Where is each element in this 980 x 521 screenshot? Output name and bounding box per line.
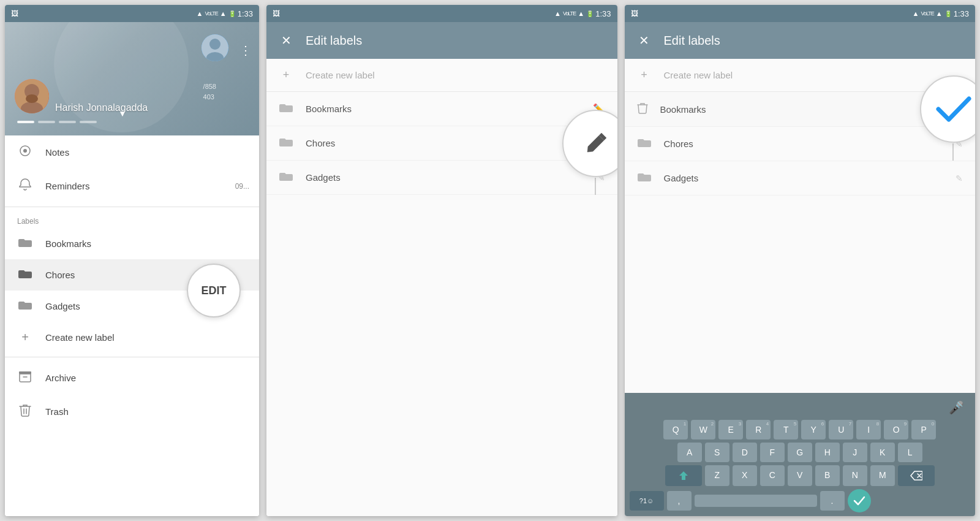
label-row-chores[interactable]: Chores ✎ — [266, 126, 617, 161]
svg-point-6 — [26, 94, 38, 103]
key-v[interactable]: V — [788, 465, 812, 486]
done-key[interactable] — [848, 489, 871, 512]
chores-name-3: Chores — [664, 139, 944, 149]
key-y[interactable]: 6Y — [801, 420, 826, 439]
key-b[interactable]: B — [815, 465, 840, 486]
key-q[interactable]: 1Q — [663, 420, 688, 439]
more-menu-button[interactable]: ⋮ — [239, 43, 252, 58]
gadgets-name-3: Gadgets — [664, 173, 944, 183]
key-a[interactable]: A — [677, 443, 702, 462]
create-new-text-3: Create new label — [664, 70, 733, 80]
key-l[interactable]: L — [898, 443, 922, 462]
gadgets-edit-icon-3[interactable]: ✎ — [956, 173, 963, 183]
signal-icon-3: ▲ — [936, 10, 943, 17]
sidebar-item-reminders[interactable]: Reminders 09... — [5, 169, 259, 203]
sidebar-menu: Notes Reminders 09... Labels — [5, 135, 259, 516]
photo-icon-2: 🖼 — [273, 9, 280, 18]
microphone-button[interactable]: 🎤 — [945, 398, 968, 417]
shift-key[interactable] — [665, 465, 702, 486]
label-row-chores-3[interactable]: Chores ✎ — [625, 127, 976, 161]
key-i[interactable]: 8I — [856, 420, 881, 439]
check-stem — [952, 143, 954, 161]
gadgets-folder-3 — [637, 171, 652, 185]
key-h[interactable]: H — [815, 443, 840, 462]
chores-label: Chores — [45, 270, 75, 280]
chores-folder-3 — [637, 137, 652, 151]
pencil-stem — [595, 178, 596, 195]
bookmarks-name: Bookmarks — [306, 104, 581, 114]
label-row-bookmarks[interactable]: Bookmarks ✏️ — [266, 92, 617, 126]
close-button[interactable]: ✕ — [276, 33, 296, 48]
edit-labels-content-3: + Create new label Bookmarks ✎ — [625, 59, 976, 393]
key-e[interactable]: 3E — [718, 420, 743, 439]
backspace-key[interactable] — [898, 465, 935, 486]
key-m[interactable]: M — [870, 465, 895, 486]
key-k[interactable]: K — [870, 443, 895, 462]
key-z[interactable]: Z — [705, 465, 729, 486]
status-bar-3: 🖼 ▲ VoLTE ▲ 🔋 1:33 — [625, 5, 976, 22]
status-left-icons: 🖼 — [11, 9, 18, 18]
dot-2 — [38, 121, 55, 123]
divider-1 — [5, 207, 259, 207]
status-left-3: 🖼 — [631, 9, 638, 18]
key-g[interactable]: G — [788, 443, 812, 462]
create-new-label-row-3[interactable]: + Create new label — [625, 59, 976, 92]
edit-labels-content: + Create new label Bookmarks ✏️ Chores ✎ — [266, 59, 617, 516]
status-time-2: 1:33 — [595, 9, 611, 18]
sidebar-item-create-label[interactable]: + Create new label — [5, 322, 259, 353]
key-d[interactable]: D — [733, 443, 757, 462]
status-right-3: ▲ VoLTE ▲ 🔋 1:33 — [913, 9, 969, 18]
key-o[interactable]: 9O — [884, 420, 908, 439]
panel-edit-labels: 🖼 ▲ VoLTE ▲ 🔋 1:33 ✕ Edit labels + Creat… — [266, 5, 617, 516]
keyboard-row-2: A S D F G H J K L — [627, 443, 973, 462]
bookmarks-delete-icon[interactable] — [637, 102, 648, 116]
svg-point-8 — [23, 149, 27, 153]
user-name: Harish Jonnalagadda — [55, 102, 148, 113]
battery-icon: 🔋 — [228, 10, 236, 17]
key-t[interactable]: 5T — [774, 420, 798, 439]
status-time-1: 1:33 — [238, 9, 253, 18]
photo-icon-3: 🖼 — [631, 9, 638, 18]
close-button-3[interactable]: ✕ — [635, 33, 654, 48]
comma-key[interactable]: , — [667, 491, 692, 511]
key-f[interactable]: F — [760, 443, 785, 462]
dropdown-arrow[interactable]: ▼ — [118, 108, 127, 118]
space-key[interactable] — [695, 495, 817, 507]
user-header: Harish Jonnalagadda ▼ /858 403 ⋮ — [5, 22, 259, 135]
key-x[interactable]: X — [733, 465, 757, 486]
status-bar-1: 🖼 ▲ VoLTE ▲ 🔋 1:33 — [5, 5, 259, 22]
key-n[interactable]: N — [843, 465, 867, 486]
keyboard: 🎤 1Q 2W 3E 4R 5T 6Y 7U 8I 9O 0P A S D F … — [625, 393, 976, 516]
key-p[interactable]: 0P — [911, 420, 936, 439]
create-new-label-row[interactable]: + Create new label — [266, 59, 617, 92]
edit-button[interactable]: EDIT — [187, 264, 241, 318]
notes-icon — [17, 144, 33, 161]
panel-edit-labels-keyboard: 🖼 ▲ VoLTE ▲ 🔋 1:33 ✕ Edit labels + Creat… — [625, 5, 976, 516]
reminders-label: Reminders — [45, 181, 90, 191]
sidebar-item-notes[interactable]: Notes — [5, 135, 259, 169]
gadgets-label: Gadgets — [45, 301, 80, 311]
label-row-bookmarks-editing[interactable]: Bookmarks ✎ — [625, 92, 976, 127]
battery-icon-3: 🔋 — [944, 10, 952, 17]
signal-icon: ▲ — [220, 10, 227, 17]
create-label-text: Create new label — [45, 332, 115, 343]
label-row-gadgets-3[interactable]: Gadgets ✎ — [625, 161, 976, 196]
trash-label: Trash — [45, 406, 69, 417]
sidebar-item-archive[interactable]: Archive — [5, 361, 259, 395]
panel-sidebar: 🖼 ▲ VoLTE ▲ 🔋 1:33 — [5, 5, 259, 516]
sidebar-item-bookmarks[interactable]: Bookmarks — [5, 228, 259, 259]
key-u[interactable]: 7U — [829, 420, 853, 439]
period-key[interactable]: . — [820, 491, 845, 511]
key-s[interactable]: S — [705, 443, 729, 462]
key-w[interactable]: 2W — [691, 420, 715, 439]
sidebar-item-trash[interactable]: Trash — [5, 395, 259, 428]
wifi-icon-2: ▲ — [554, 10, 561, 17]
key-j[interactable]: J — [843, 443, 867, 462]
avatar-main[interactable] — [15, 79, 49, 113]
label-row-gadgets[interactable]: Gadgets ✎ — [266, 161, 617, 195]
key-c[interactable]: C — [760, 465, 785, 486]
symbols-key[interactable]: ?1☺ — [630, 491, 664, 511]
key-r[interactable]: 4R — [746, 420, 771, 439]
status-bar-2: 🖼 ▲ VoLTE ▲ 🔋 1:33 — [266, 5, 617, 22]
bookmarks-name-3: Bookmarks — [660, 104, 944, 115]
